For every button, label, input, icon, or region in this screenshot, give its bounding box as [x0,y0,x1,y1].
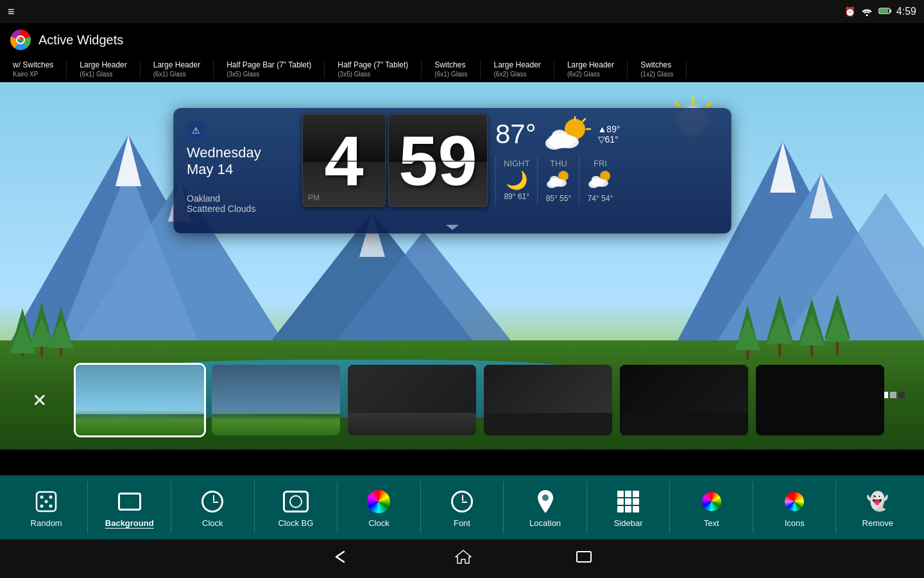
trees-left [6,289,135,366]
tool-text[interactable]: Text [686,487,737,528]
widget-label-0[interactable]: w/ Switches Kairo XP [0,60,67,79]
svg-point-65 [592,176,601,182]
widget-day: Wednesday [187,144,289,161]
thumb-sky-2 [212,365,340,414]
svg-point-73 [542,495,549,501]
tool-clock-bg[interactable]: Clock BG [270,487,321,528]
grid-cell-7 [617,506,624,512]
forecast-night-temps: 89° 61° [504,192,529,201]
grid-cell-6 [633,498,639,505]
color-wheel-2 [702,492,721,511]
bottom-toolbar: Random Background Clock Clock BG Clock [0,475,924,539]
tool-clock-bg-label: Clock BG [278,518,313,528]
separator-8 [669,482,670,533]
svg-point-68 [40,495,44,498]
widget-location: Oakland [187,193,289,204]
widget-expand-arrow[interactable] [174,224,731,233]
grid-cell-8 [625,506,631,512]
svg-marker-34 [48,320,74,348]
thumbnail-selected[interactable] [76,365,204,435]
widget-date: May 14 [187,161,289,178]
tool-background[interactable]: Background [104,487,155,528]
thumb-bg-1 [76,365,204,435]
clock-bg-rect-icon [283,491,309,512]
tool-font[interactable]: Font [436,487,488,528]
tool-remove[interactable]: 👻 Remove [852,487,903,528]
home-button[interactable] [454,548,472,570]
thumbnail-5[interactable] [620,365,748,435]
thumb-bg-6 [756,365,884,435]
text-color-wheel-icon [697,487,726,516]
tool-font-label: Font [454,518,470,528]
clock-bg-inner [289,495,302,508]
clock-status-icon: ⏰ [844,6,855,17]
thumbnail-3[interactable] [348,365,476,435]
bg-rect [118,493,141,511]
grid-cell-9 [633,506,639,512]
minute-flip-card: 59 [388,114,488,207]
ghost-icon: 👻 [864,487,892,516]
time-display: 4:59 [896,6,916,17]
sidebar-icon [614,487,642,516]
forecast-fri-label: FRI [594,159,607,168]
widget-label-4[interactable]: Half Page (7" Tablet) (3x5) Glass [325,60,422,79]
weather-hi-lo: ▲89° ▽61° [598,124,620,144]
separator-9 [753,482,753,533]
thumb-bg-2 [212,365,340,435]
widget-label-8[interactable]: Switches (1x2) Glass [628,60,687,79]
svg-rect-74 [577,552,591,562]
svg-marker-28 [10,321,35,353]
hour-flip-card: PM 4 [302,114,386,207]
widget-label-1[interactable]: Large Header (6x1) Glass [67,60,140,79]
close-button[interactable]: ✕ [10,365,68,435]
separator-2 [171,482,171,533]
widget-label-7[interactable]: Large Header (6x2) Glass [554,60,628,79]
widget-label-5[interactable]: Switches (6x1) Glass [422,60,481,79]
thumbnail-6[interactable] [756,365,884,435]
location-icon [531,487,560,516]
tool-icons[interactable]: Icons [769,487,820,528]
widget-date-section: ⚠ Wednesday May 14 Oakland Scattered Clo… [174,109,302,224]
separator-1 [87,482,88,533]
tool-location[interactable]: Location [520,487,571,528]
color-wheel-icon-1 [364,487,393,516]
svg-point-71 [49,495,53,498]
thumb-land-5 [620,413,748,435]
tool-clock2[interactable]: Clock [353,487,404,528]
forecast-fri: FRI 74° 54° [579,156,620,206]
font-clock-icon [448,487,476,516]
lo-temp: ▽61° [598,134,620,144]
grid-cell-2 [625,491,631,497]
widget-labels-bar: w/ Switches Kairo XP Large Header (6x1) … [0,57,924,82]
widget-label-2[interactable]: Large Header (6x1) Glass [141,60,214,79]
separator-6 [503,482,504,533]
svg-point-60 [550,176,559,182]
back-button[interactable] [331,549,352,568]
grid-cell-5 [625,498,631,505]
warning-icon: ⚠ [187,121,205,139]
weather-current: 87° [495,115,723,153]
tool-sidebar[interactable]: Sidebar [603,487,654,528]
tool-clock[interactable]: Clock [187,487,238,528]
tool-location-label: Location [529,518,561,528]
thumbnail-4[interactable] [484,365,612,435]
svg-point-70 [49,504,53,507]
background-icon [116,487,144,516]
color-wheel-3 [785,492,804,511]
font-clock [451,491,473,512]
thumb-land-4 [484,413,612,435]
thumbnail-2[interactable] [212,365,340,435]
forecast-night-label: NIGHT [504,159,529,168]
app-icon-inner [16,35,25,44]
widget-label-3[interactable]: Half Page Bar (7" Tablet) (3x5) Glass [214,60,325,79]
weather-widget-panel: ⚠ Wednesday May 14 Oakland Scattered Clo… [173,108,732,234]
widget-label-6[interactable]: Large Header (6x2) Glass [481,60,554,79]
recent-button[interactable] [575,550,593,568]
top-bar-title: Active Widgets [38,33,123,48]
tool-icons-label: Icons [785,518,805,528]
color-wheel-1 [367,490,390,513]
tool-background-label: Background [105,518,154,528]
tool-random[interactable]: Random [21,487,72,528]
forecast-fri-icon [587,170,613,193]
dice-icon [32,487,60,516]
